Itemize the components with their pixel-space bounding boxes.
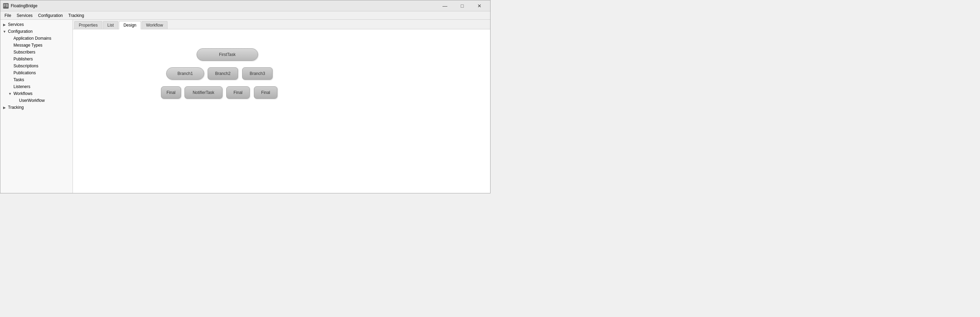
menu-configuration[interactable]: Configuration xyxy=(35,13,65,19)
sidebar: ▶ Services ▼ Configuration Application D… xyxy=(0,20,73,193)
minimize-button[interactable]: — xyxy=(437,1,453,11)
sidebar-item-label: Tasks xyxy=(13,78,24,82)
expander-icon xyxy=(7,84,13,89)
main-window: FB FloatingBridge — □ ✕ File Services Co… xyxy=(0,0,490,193)
workflow-node-branch3[interactable]: Branch3 xyxy=(242,67,272,80)
sidebar-item-subscriptions[interactable]: Subscriptions xyxy=(0,62,73,70)
sidebar-item-label: Application Domains xyxy=(13,36,51,41)
sidebar-item-label: Subscriptions xyxy=(13,63,38,68)
tab-workflow[interactable]: Workflow xyxy=(142,21,167,29)
node-label: Final xyxy=(167,90,175,95)
workflow-node-notifier-task[interactable]: NotifierTask xyxy=(185,86,223,99)
menu-services[interactable]: Services xyxy=(14,13,35,19)
sidebar-item-publishers[interactable]: Publishers xyxy=(0,55,73,62)
content-area: Properties List Design Workflow FirstTas… xyxy=(73,20,490,193)
sidebar-item-label: Subscribers xyxy=(13,50,35,55)
node-label: FirstTask xyxy=(219,52,235,57)
expander-icon xyxy=(7,77,13,82)
title-bar-left: FB FloatingBridge xyxy=(3,3,37,9)
sidebar-item-publications[interactable]: Publications xyxy=(0,70,73,76)
menu-tracking[interactable]: Tracking xyxy=(66,13,87,19)
sidebar-item-configuration[interactable]: ▼ Configuration xyxy=(0,28,73,35)
node-label: Branch3 xyxy=(250,71,265,76)
expander-icon: ▼ xyxy=(7,91,13,96)
expander-icon xyxy=(13,98,18,103)
expander-icon xyxy=(7,63,13,69)
expander-icon: ▶ xyxy=(2,105,7,110)
sidebar-item-label: Configuration xyxy=(8,29,32,34)
sidebar-item-application-domains[interactable]: Application Domains xyxy=(0,35,73,42)
tab-design[interactable]: Design xyxy=(119,21,141,29)
tab-list[interactable]: List xyxy=(103,21,118,29)
app-title: FloatingBridge xyxy=(11,3,37,8)
sidebar-item-label: Listeners xyxy=(13,84,30,89)
expander-icon: ▼ xyxy=(2,29,7,34)
workflow-node-branch1[interactable]: Branch1 xyxy=(166,67,204,80)
app-icon: FB xyxy=(3,3,9,9)
sidebar-item-subscribers[interactable]: Subscribers xyxy=(0,49,73,55)
workflow-node-final1[interactable]: Final xyxy=(161,86,181,99)
node-label: Final xyxy=(234,90,242,95)
sidebar-item-listeners[interactable]: Listeners xyxy=(0,83,73,90)
sidebar-item-label: Tracking xyxy=(8,105,24,110)
workflow-node-branch2[interactable]: Branch2 xyxy=(208,67,238,80)
close-button[interactable]: ✕ xyxy=(471,1,487,11)
design-canvas: FirstTask Branch1 Branch2 Branch3 Final xyxy=(73,29,490,193)
sidebar-item-message-types[interactable]: Message Types xyxy=(0,42,73,49)
sidebar-item-label: Message Types xyxy=(13,43,43,48)
node-label: Branch1 xyxy=(178,71,193,76)
sidebar-item-label: Services xyxy=(8,22,24,27)
sidebar-item-userworkflow[interactable]: UserWorkflow xyxy=(0,97,73,104)
sidebar-item-label: Publications xyxy=(13,70,36,75)
tab-properties[interactable]: Properties xyxy=(74,21,102,29)
sidebar-item-label: UserWorkflow xyxy=(19,98,45,103)
workflow-node-final2[interactable]: Final xyxy=(226,86,250,99)
menu-file[interactable]: File xyxy=(2,13,14,19)
sidebar-item-label: Publishers xyxy=(13,57,33,62)
sidebar-item-tracking[interactable]: ▶ Tracking xyxy=(0,104,73,111)
expander-icon: ▶ xyxy=(2,22,7,27)
expander-icon xyxy=(7,56,13,62)
tab-bar: Properties List Design Workflow xyxy=(73,20,490,29)
node-label: Final xyxy=(261,90,270,95)
sidebar-item-services[interactable]: ▶ Services xyxy=(0,21,73,28)
title-bar: FB FloatingBridge — □ ✕ xyxy=(0,0,490,11)
sidebar-item-tasks[interactable]: Tasks xyxy=(0,76,73,83)
menu-bar: File Services Configuration Tracking xyxy=(0,11,490,20)
main-content: ▶ Services ▼ Configuration Application D… xyxy=(0,20,490,193)
expander-icon xyxy=(7,43,13,48)
sidebar-item-workflows[interactable]: ▼ Workflows xyxy=(0,90,73,97)
expander-icon xyxy=(7,49,13,55)
title-bar-controls: — □ ✕ xyxy=(437,1,487,11)
expander-icon xyxy=(7,70,13,76)
workflow-node-firsttask[interactable]: FirstTask xyxy=(197,48,258,61)
node-label: NotifierTask xyxy=(193,90,215,95)
expander-icon xyxy=(7,36,13,41)
workflow-node-final3[interactable]: Final xyxy=(254,86,277,99)
maximize-button[interactable]: □ xyxy=(454,1,470,11)
sidebar-item-label: Workflows xyxy=(13,91,32,96)
node-label: Branch2 xyxy=(215,71,231,76)
